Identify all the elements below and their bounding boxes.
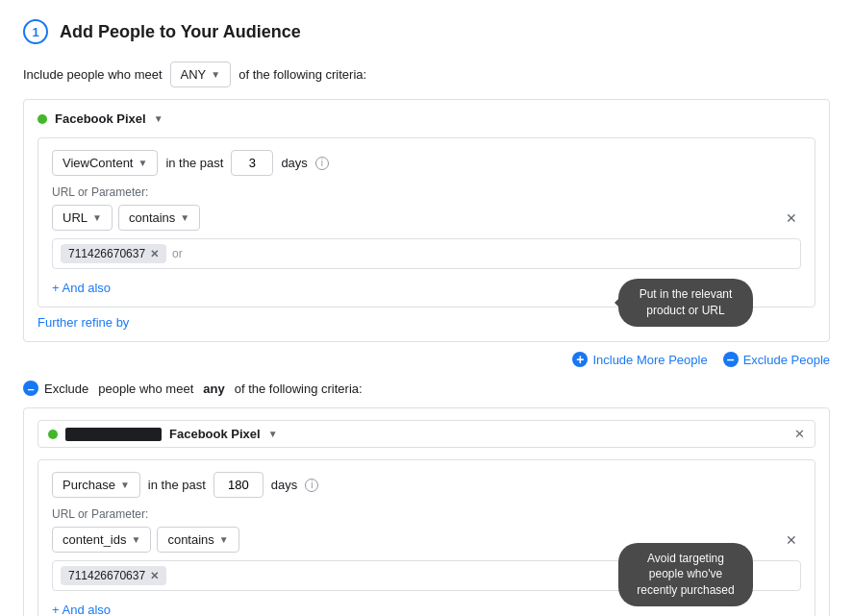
page-title: Add People to Your Audience bbox=[60, 22, 301, 42]
exclude-box-close-icon[interactable]: ✕ bbox=[794, 427, 805, 441]
exclude-url-type-dropdown[interactable]: content_ids ▼ bbox=[52, 527, 151, 553]
any-dropdown[interactable]: ANY ▼ bbox=[170, 62, 232, 87]
event-row: ViewContent ▼ in the past days i bbox=[52, 150, 801, 176]
action-links-row: + Include More People – Exclude People bbox=[23, 352, 830, 367]
event-type-dropdown[interactable]: ViewContent ▼ bbox=[52, 150, 158, 176]
exclude-info-icon[interactable]: i bbox=[305, 479, 318, 492]
pixel-header: Facebook Pixel ▼ bbox=[38, 111, 815, 126]
exclude-suffix: of the following criteria: bbox=[235, 382, 363, 396]
chevron-down-icon: ▼ bbox=[120, 480, 130, 490]
exclude-days-label: days bbox=[271, 478, 297, 492]
exclude-section-header: – Exclude people who meet any of the fol… bbox=[23, 381, 830, 396]
exclude-any: any bbox=[203, 382, 224, 396]
chevron-down-icon: ▼ bbox=[211, 69, 220, 80]
include-criteria-row: Include people who meet ANY ▼ of the fol… bbox=[23, 62, 830, 87]
chevron-down-icon: ▼ bbox=[132, 534, 141, 545]
pixel-status-dot bbox=[38, 114, 47, 124]
exclude-days-input[interactable] bbox=[213, 472, 263, 498]
close-icon[interactable]: ✕ bbox=[782, 209, 801, 228]
days-input[interactable] bbox=[231, 150, 273, 176]
exclude-contains-dropdown[interactable]: contains ▼ bbox=[157, 527, 238, 553]
chevron-down-icon: ▼ bbox=[92, 212, 102, 223]
pixel-dropdown[interactable]: ▼ bbox=[154, 113, 163, 124]
minus-icon: – bbox=[723, 352, 739, 367]
tag-chip: 711426670637 ✕ bbox=[61, 244, 166, 263]
exclude-in-the-past-label: in the past bbox=[148, 478, 206, 492]
exclude-and-also-link[interactable]: + And also bbox=[52, 603, 111, 616]
url-param-label: URL or Parameter: bbox=[52, 185, 801, 199]
days-label: days bbox=[281, 156, 307, 170]
section-header: 1 Add People to Your Audience bbox=[23, 19, 830, 44]
exclude-event-type-dropdown[interactable]: Purchase ▼ bbox=[52, 472, 140, 498]
further-refine-link[interactable]: Further refine by bbox=[38, 315, 129, 330]
exclude-remove-tag-button[interactable]: ✕ bbox=[150, 570, 159, 582]
tag-input-row[interactable]: 711426670637 ✕ or bbox=[52, 238, 801, 269]
exclude-url-param-label: URL or Parameter: bbox=[52, 507, 801, 521]
contains-dropdown[interactable]: contains ▼ bbox=[118, 205, 200, 231]
url-filter-row: URL ▼ contains ▼ ✕ bbox=[52, 205, 801, 231]
chevron-down-icon: ▼ bbox=[219, 534, 229, 545]
include-suffix: of the following criteria: bbox=[238, 67, 366, 82]
in-the-past-label: in the past bbox=[165, 156, 223, 170]
chevron-down-icon: ▼ bbox=[268, 429, 278, 439]
url-type-dropdown[interactable]: URL ▼ bbox=[52, 205, 113, 231]
exclude-prefix: Exclude bbox=[44, 382, 88, 396]
chevron-down-icon: ▼ bbox=[180, 212, 189, 223]
exclude-tag-chip: 711426670637 ✕ bbox=[61, 566, 166, 585]
chevron-down-icon: ▼ bbox=[154, 113, 163, 124]
plus-icon: + bbox=[572, 352, 588, 367]
pixel-redacted-name bbox=[65, 428, 162, 441]
exclude-event-row: Purchase ▼ in the past days i bbox=[52, 472, 801, 498]
exclude-people-link[interactable]: – Exclude People bbox=[723, 352, 830, 367]
info-icon[interactable]: i bbox=[315, 157, 329, 170]
include-more-people-link[interactable]: + Include More People bbox=[572, 352, 707, 367]
or-text: or bbox=[172, 247, 183, 260]
and-also-link[interactable]: + And also bbox=[52, 281, 111, 295]
exclude-minus-icon: – bbox=[23, 381, 38, 396]
tooltip-product-url: Put in the relevant product or URL bbox=[618, 279, 753, 327]
exclude-pixel-status-dot bbox=[48, 430, 58, 439]
chevron-down-icon: ▼ bbox=[138, 158, 147, 168]
step-number: 1 bbox=[23, 19, 48, 44]
close-icon[interactable]: ✕ bbox=[782, 530, 801, 550]
exclude-middle: people who meet bbox=[98, 382, 193, 396]
include-prefix: Include people who meet bbox=[23, 67, 163, 82]
pixel-name-label: Facebook Pixel bbox=[55, 111, 146, 126]
tooltip-avoid-purchase: Avoid targeting people who've recently p… bbox=[618, 543, 753, 606]
exclude-pixel-label: Facebook Pixel bbox=[169, 427, 261, 441]
exclude-pixel-dropdown[interactable]: ▼ bbox=[268, 429, 278, 439]
remove-tag-button[interactable]: ✕ bbox=[150, 248, 159, 260]
